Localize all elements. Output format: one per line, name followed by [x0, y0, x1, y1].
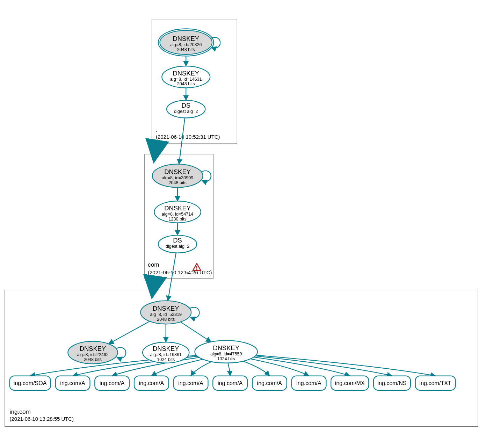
- node-detail: 2048 bits: [177, 81, 195, 86]
- node-title: DNSKEY: [164, 204, 191, 212]
- dnskey-node: DNSKEYalg=8, id=309092048 bits: [152, 164, 211, 188]
- node-title: DNSKEY: [213, 344, 239, 352]
- zone-name: ing.com: [10, 408, 31, 415]
- signs-edge: [168, 253, 176, 301]
- dnskey-node: DSdigest alg=2: [158, 235, 197, 253]
- rrset-label: ing.com/A: [296, 380, 321, 386]
- dnskey-node: DNSKEYalg=8, id=547141280 bits: [154, 201, 201, 223]
- node-detail: alg=8, id=47559: [210, 352, 242, 356]
- rrset-label: ing.com/A: [139, 380, 164, 386]
- zone-transition-edge: [153, 279, 155, 290]
- node-detail: digest alg=2: [174, 109, 198, 114]
- zone-timestamp: (2021-06-10 12:54:26 UTC): [148, 269, 212, 275]
- node-detail: alg=8, id=14631: [170, 77, 202, 82]
- node-title: DNSKEY: [164, 168, 191, 175]
- node-detail: alg=8, id=22462: [77, 352, 109, 357]
- node-detail: alg=8, id=52319: [150, 312, 182, 317]
- zone-transition-edge: [155, 144, 157, 154]
- signs-edge: [179, 118, 185, 164]
- node-detail: alg=8, id=20326: [170, 42, 202, 47]
- node-detail: 1024 bits: [157, 357, 175, 362]
- zone-name: .: [156, 126, 158, 133]
- signs-edge: [256, 355, 436, 376]
- node-detail: 2048 bits: [168, 180, 186, 185]
- node-detail: alg=8, id=54714: [162, 212, 194, 217]
- signs-edge: [255, 356, 392, 376]
- rrset-label: ing.com/A: [100, 380, 125, 386]
- node-detail: alg=8, id=19861: [150, 352, 182, 357]
- node-detail: alg=8, id=30909: [162, 175, 194, 180]
- node-title: DNSKEY: [80, 345, 106, 352]
- warning-icon: [196, 269, 197, 270]
- signs-edge: [191, 362, 211, 376]
- node-detail: digest alg=2: [166, 244, 189, 249]
- dnskey-node: DNSKEYalg=8, id=198611024 bits: [143, 342, 189, 363]
- dnskey-node: DNSKEYalg=8, id=475591024 bits: [195, 340, 257, 363]
- rrset-label: ing.com/NS: [377, 380, 406, 386]
- rrset-label: ing.com/MX: [335, 380, 365, 386]
- rrset-label: ing.com/A: [178, 380, 203, 386]
- node-title: DNSKEY: [153, 345, 179, 352]
- node-detail: 1280 bits: [168, 217, 186, 222]
- node-detail: 2048 bits: [157, 317, 175, 322]
- rrset-label: ing.com/SOA: [14, 380, 47, 386]
- rrset-label: ing.com/A: [257, 380, 282, 386]
- zone-timestamp: (2021-06-10 13:28:55 UTC): [10, 416, 74, 422]
- node-title: DNSKEY: [173, 35, 199, 42]
- dnskey-node: DNSKEYalg=8, id=203262048 bits: [158, 29, 220, 56]
- node-title: DS: [181, 102, 190, 109]
- node-detail: 1024 bits: [217, 356, 235, 361]
- dnskey-node: DNSKEYalg=8, id=224622048 bits: [68, 341, 126, 364]
- node-title: DS: [173, 237, 182, 244]
- dnssec-diagram: .(2021-06-10 10:52:31 UTC)com(2021-06-10…: [0, 0, 486, 448]
- node-detail: 2048 bits: [177, 47, 195, 52]
- rrset-label: ing.com/A: [218, 380, 243, 386]
- dnskey-node: DSdigest alg=2: [167, 100, 205, 118]
- dnskey-node: DNSKEYalg=8, id=146312048 bits: [162, 66, 210, 88]
- dnskey-node: DNSKEYalg=8, id=523192048 bits: [140, 301, 199, 324]
- signs-edge: [109, 321, 150, 344]
- signs-edge: [180, 322, 211, 342]
- node-title: DNSKEY: [153, 305, 179, 312]
- zone-name: com: [148, 261, 159, 268]
- rrset-label: ing.com/A: [60, 380, 85, 386]
- node-title: DNSKEY: [173, 70, 199, 77]
- node-detail: 2048 bits: [84, 357, 102, 362]
- signs-edge: [243, 361, 269, 376]
- signs-edge: [228, 363, 230, 376]
- rrset-label: ing.com/TXT: [420, 380, 451, 386]
- zone-timestamp: (2021-06-10 10:52:31 UTC): [156, 134, 220, 140]
